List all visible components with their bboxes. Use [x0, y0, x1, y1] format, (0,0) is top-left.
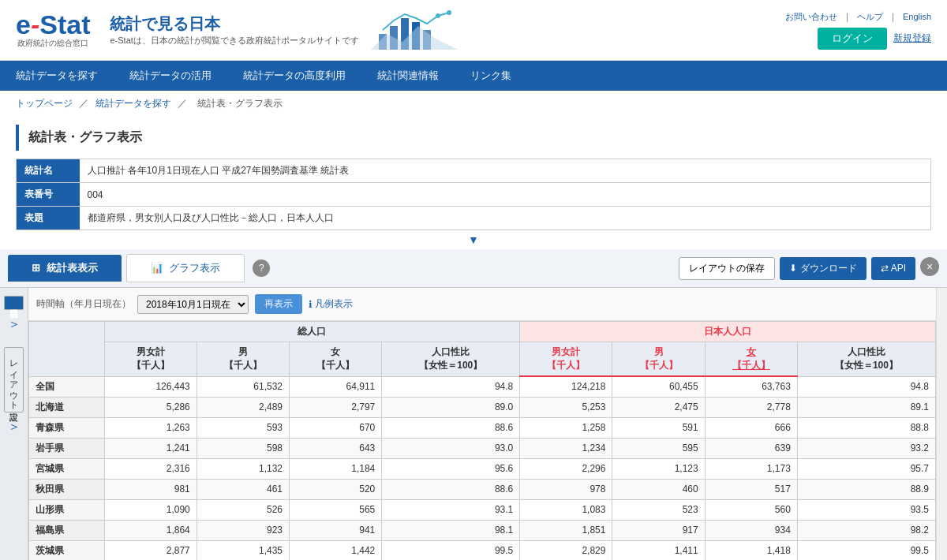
refresh-button[interactable]: 再表示	[255, 294, 302, 314]
row-label: 北海道	[29, 397, 105, 417]
login-button[interactable]: ログイン	[818, 28, 887, 50]
save-layout-button[interactable]: レイアウトの保存	[679, 257, 775, 280]
logo-area: e-Stat 政府統計の総合窓口 統計で見る日本 e-Statは、日本の統計が閲…	[16, 6, 458, 54]
cell-4-0: 2,316	[104, 458, 197, 479]
empty-header	[29, 322, 105, 377]
logo-e: e	[16, 9, 31, 39]
sidebar-tab-items[interactable]: 表示項目選択	[4, 296, 24, 310]
logo-dash: -	[31, 9, 39, 39]
cell-7-4: 1,851	[520, 520, 612, 540]
collapse-arrow[interactable]: ▼	[0, 230, 947, 249]
data-table: 総人口 日本人人口 男女計【千人】 男【千人】 女【千人】 人口性比【女性＝10…	[28, 321, 936, 560]
cell-3-2: 643	[290, 438, 382, 458]
col-group-total: 総人口	[104, 322, 520, 342]
meta-label-id: 表番号	[17, 183, 80, 207]
cell-3-4: 1,234	[520, 438, 612, 458]
tab-table[interactable]: ⊞ 統計表表示	[8, 255, 122, 282]
register-button[interactable]: 新規登録	[893, 28, 931, 50]
header-chart-decoration	[371, 6, 458, 54]
cell-6-5: 523	[612, 499, 705, 520]
row-label: 茨城県	[29, 540, 105, 560]
help-link[interactable]: ヘルプ	[857, 12, 883, 21]
tab-graph[interactable]: 📊 グラフ表示	[126, 254, 245, 282]
nav-item-use[interactable]: 統計データの活用	[114, 61, 227, 91]
cell-8-5: 1,411	[612, 540, 705, 560]
table-row: 茨城県2,8771,4351,44299.52,8291,4111,41899.…	[29, 540, 936, 560]
table-row: 福島県1,86492394198.11,85191793498.2	[29, 520, 936, 540]
tagline-desc: e-Statは、日本の統計が閲覧できる政府統計ポータルサイトです	[110, 35, 358, 47]
meta-label-name: 統計名	[17, 159, 80, 183]
sidebar-arrow-layout[interactable]: ＞	[8, 419, 21, 435]
cell-8-0: 2,877	[104, 540, 197, 560]
cell-3-3: 93.0	[382, 438, 520, 458]
sidebar-arrow-items[interactable]: ＞	[8, 316, 21, 333]
cell-0-2: 64,911	[290, 376, 382, 397]
breadcrumb-current: 統計表・グラフ表示	[197, 98, 283, 109]
cell-6-3: 93.1	[382, 499, 520, 520]
header-right: お問い合わせ ｜ ヘルプ ｜ English ログイン 新規登録	[785, 11, 931, 50]
cell-1-2: 2,797	[290, 397, 382, 417]
meta-row-title: 表題 都道府県，男女別人口及び人口性比－総人口，日本人人口	[17, 207, 931, 230]
cell-3-0: 1,241	[104, 438, 197, 458]
api-icon: ⇄	[881, 263, 891, 274]
meta-row-name: 統計名 人口推計 各年10月1日現在人口 平成27年国勢調査基準 統計表	[17, 159, 931, 183]
sidebar-tab-layout[interactable]: レイアウト設定	[4, 347, 24, 413]
download-button[interactable]: ⬇ ダウンロード	[780, 257, 867, 280]
table-row: 宮城県2,3161,1321,18495.62,2961,1231,17395.…	[29, 458, 936, 479]
cell-8-7: 99.5	[797, 540, 935, 560]
col-total-both: 男女計【千人】	[104, 342, 197, 377]
api-button[interactable]: ⇄ API	[871, 257, 915, 280]
row-label: 青森県	[29, 417, 105, 438]
col-total-male: 男【千人】	[197, 342, 289, 377]
col-jp-female: 女【千人】	[705, 342, 797, 377]
page-header: e-Stat 政府統計の総合窓口 統計で見る日本 e-Statは、日本の統計が閲…	[0, 0, 947, 61]
page-title: 統計表・グラフ表示	[16, 125, 931, 151]
cell-3-6: 639	[705, 438, 797, 458]
header-buttons: ログイン 新規登録	[818, 28, 931, 50]
cell-5-7: 88.9	[797, 479, 935, 499]
nav-item-advanced[interactable]: 統計データの高度利用	[227, 61, 361, 91]
info-icon: ℹ	[309, 299, 313, 310]
table-row: 秋田県98146152088.697846051788.9	[29, 479, 936, 499]
table-row: 青森県1,26359367088.61,25859166688.8	[29, 417, 936, 438]
nav-item-links[interactable]: リンク集	[455, 61, 527, 91]
cell-0-7: 94.8	[797, 376, 935, 397]
row-label: 岩手県	[29, 438, 105, 458]
cell-4-3: 95.6	[382, 458, 520, 479]
cell-8-3: 99.5	[382, 540, 520, 560]
cell-0-0: 126,443	[104, 376, 197, 397]
data-table-wrapper: 総人口 日本人人口 男女計【千人】 男【千人】 女【千人】 人口性比【女性＝10…	[28, 321, 936, 560]
table-body: 全国126,44361,53264,91194.8124,21860,45563…	[29, 376, 936, 560]
cell-7-3: 98.1	[382, 520, 520, 540]
cell-4-7: 95.7	[797, 458, 935, 479]
legend-button[interactable]: ℹ 凡例表示	[309, 297, 353, 311]
nav-item-search[interactable]: 統計データを探す	[0, 61, 114, 91]
tab-actions: レイアウトの保存 ⬇ ダウンロード ⇄ API ×	[679, 257, 939, 280]
time-select[interactable]: 2018年10月1日現在	[137, 295, 249, 314]
breadcrumb-search[interactable]: 統計データを探す	[95, 98, 171, 109]
scrollbar[interactable]	[936, 288, 947, 560]
cell-6-6: 560	[705, 499, 797, 520]
help-button[interactable]: ?	[253, 259, 270, 277]
tab-table-label: 統計表表示	[47, 262, 98, 274]
english-link[interactable]: English	[903, 12, 931, 21]
cell-7-7: 98.2	[797, 520, 935, 540]
close-button[interactable]: ×	[920, 257, 939, 276]
contact-link[interactable]: お問い合わせ	[785, 12, 837, 21]
cell-6-7: 93.5	[797, 499, 935, 520]
breadcrumb-home[interactable]: トップページ	[16, 98, 73, 109]
cell-5-2: 520	[290, 479, 382, 499]
table-icon: ⊞	[32, 262, 40, 274]
cell-5-1: 461	[197, 479, 289, 499]
cell-1-7: 89.1	[797, 397, 935, 417]
cell-8-2: 1,442	[290, 540, 382, 560]
nav-item-info[interactable]: 統計関連情報	[361, 61, 455, 91]
cell-0-4: 124,218	[520, 376, 612, 397]
cell-6-4: 1,083	[520, 499, 612, 520]
main-nav: 統計データを探す 統計データの活用 統計データの高度利用 統計関連情報 リンク集	[0, 61, 947, 91]
cell-2-4: 1,258	[520, 417, 612, 438]
table-row: 北海道5,2862,4892,79789.05,2532,4752,77889.…	[29, 397, 936, 417]
cell-5-0: 981	[104, 479, 197, 499]
cell-8-1: 1,435	[197, 540, 289, 560]
download-icon: ⬇	[789, 263, 797, 274]
